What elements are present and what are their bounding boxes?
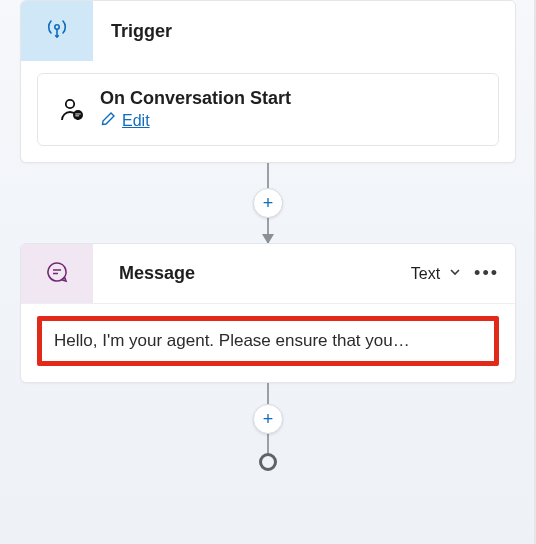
more-button[interactable]: •••: [470, 259, 503, 288]
edit-trigger-link[interactable]: Edit: [100, 111, 150, 131]
svg-point-2: [66, 99, 74, 107]
trigger-node[interactable]: Trigger On Conversation Start: [20, 0, 516, 163]
message-node-header: Message Text •••: [21, 244, 515, 304]
connector-1: +: [267, 163, 269, 243]
trigger-node-icon-cell: [21, 1, 93, 61]
flow-canvas: Trigger On Conversation Start: [0, 0, 536, 544]
message-node-title: Message: [101, 263, 403, 284]
edit-trigger-label: Edit: [122, 112, 150, 130]
trigger-sub-title: On Conversation Start: [100, 88, 291, 109]
add-step-button-2[interactable]: +: [253, 404, 283, 434]
message-node[interactable]: Message Text ••• Hello, I'm your agent. …: [20, 243, 516, 383]
message-node-body: Hello, I'm your agent. Please ensure tha…: [21, 304, 515, 382]
svg-point-0: [55, 25, 59, 29]
trigger-sub-card[interactable]: On Conversation Start Edit: [37, 73, 499, 146]
trigger-node-body: On Conversation Start Edit: [21, 61, 515, 162]
pencil-icon: [100, 111, 116, 131]
person-chat-icon: [52, 95, 92, 125]
connector-2: +: [267, 383, 269, 455]
flow-end-marker: [259, 453, 277, 471]
message-content-preview[interactable]: Hello, I'm your agent. Please ensure tha…: [37, 316, 499, 366]
add-step-button-1[interactable]: +: [253, 188, 283, 218]
trigger-node-title: Trigger: [93, 21, 515, 42]
svg-rect-4: [75, 113, 80, 114]
svg-rect-5: [75, 115, 79, 116]
antenna-icon: [45, 17, 69, 45]
chat-bubble-icon: [45, 260, 69, 288]
message-node-icon-cell: [21, 244, 93, 303]
svg-point-3: [73, 110, 83, 120]
trigger-node-header: Trigger: [21, 1, 515, 61]
message-type-label: Text: [411, 265, 440, 283]
message-type-selector[interactable]: Text: [411, 265, 462, 283]
chevron-down-icon: [448, 265, 462, 283]
